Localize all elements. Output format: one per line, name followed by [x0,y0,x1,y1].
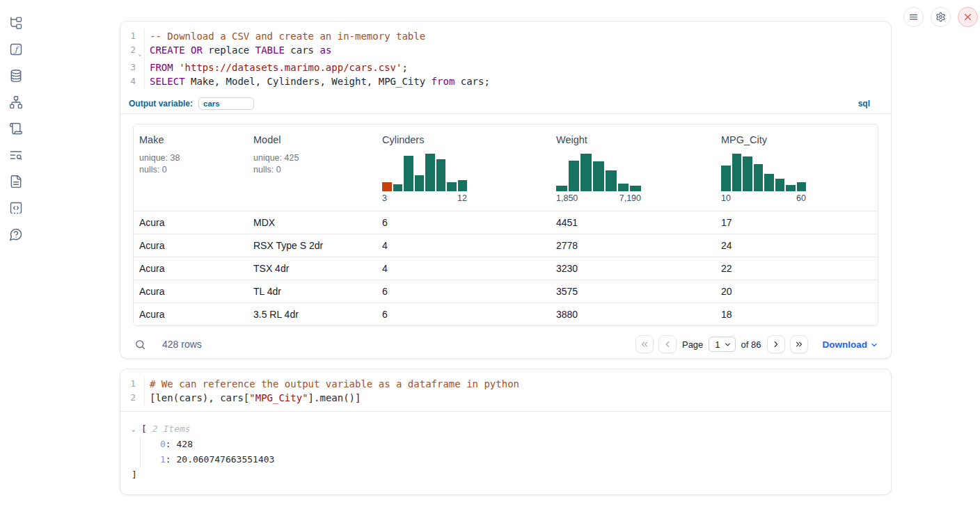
shutdown-button[interactable] [958,7,978,27]
data-table: Makeunique: 38nulls: 0Modelunique: 425nu… [133,124,878,326]
histogram-bar [404,156,413,191]
settings-button[interactable] [931,7,951,27]
table-row: AcuraMDX6445117 [134,211,878,234]
top-actions [903,7,978,27]
histogram-bar [382,182,392,191]
python-output-tree: ⌄ [ 2 Items 0: 4281: 20.060747663551403 … [120,412,891,483]
table-cell: 24 [716,240,878,251]
notebook-menu-button[interactable] [903,7,924,27]
table-cell: Acura [134,240,248,251]
table-cell: 3575 [551,286,716,297]
column-header-model[interactable]: Modelunique: 425nulls: 0 [248,124,377,211]
histogram-bar [775,179,785,191]
column-label: Weight [556,134,711,145]
axis-max-label: 60 [796,193,806,205]
histogram-bar [425,154,435,191]
sidebar-item-logs[interactable] [8,147,24,163]
histogram-bar [447,182,457,191]
sidebar-item-datasources[interactable] [8,68,24,83]
sidebar-item-file-explorer[interactable] [8,15,24,31]
histogram-bar [415,175,425,191]
table-cell: 20 [716,286,878,297]
tree-entry: 1: 20.060747663551403 [160,452,891,467]
histogram-bar [732,154,742,191]
line-number: 2 [120,43,136,61]
code-line: 1# We can reference the output variable … [120,377,891,391]
output-variable-bar: Output variable: sql [120,95,891,114]
sidebar-item-documentation[interactable] [8,174,24,189]
close-icon [963,12,973,22]
table-header-row: Makeunique: 38nulls: 0Modelunique: 425nu… [134,124,878,211]
collapse-chevron-icon[interactable]: ⌄ [132,421,141,437]
column-header-mpg_city[interactable]: MPG_City1060 [716,124,878,211]
sidebar-item-outline[interactable] [8,121,24,136]
axis-min-label: 3 [382,193,387,205]
histogram-bar [436,159,446,191]
pagination: Page 1 of 86 Download [635,335,878,353]
table-body: AcuraMDX6445117AcuraRSX Type S 2dr427782… [134,211,878,325]
column-header-make[interactable]: Makeunique: 38nulls: 0 [134,124,248,211]
search-icon[interactable] [134,339,146,351]
histogram-bar [556,186,567,191]
line-number: 4 [120,74,136,88]
bracket-close: ] [132,467,891,483]
axis-min-label: 1,850 [556,193,578,205]
table-cell: 3.5 RL 4dr [248,309,377,320]
code-line: 4SELECT Make, Model, Cylinders, Weight, … [120,74,891,88]
column-header-weight[interactable]: Weight1,8507,190 [551,124,716,211]
axis-max-label: 7,190 [619,193,641,205]
column-histogram: 312 [382,154,467,205]
last-page-button[interactable] [790,335,808,353]
table-cell: TSX 4dr [248,263,377,274]
column-label: Model [253,134,372,145]
language-badge: sql [858,99,870,108]
column-histogram: 1060 [721,154,806,205]
page-select[interactable]: 1 [709,337,735,352]
histogram-bar [606,170,617,191]
help-bubble-icon [9,227,23,241]
output-variable-input[interactable] [198,97,254,110]
chevron-right-icon [771,339,781,349]
table-cell: MDX [248,217,377,228]
histogram-bar [458,180,468,191]
sidebar-item-dependency-graph[interactable] [8,95,24,110]
sql-code-editor[interactable]: 1-- Download a CSV and create an in-memo… [120,22,891,95]
histogram-bar [721,166,731,191]
table-row: AcuraTSX 4dr4323022 [134,257,878,280]
sidebar-item-help[interactable] [8,227,24,242]
table-cell: Acura [134,286,248,297]
sidebar-item-snippets[interactable] [8,200,24,216]
column-header-cylinders[interactable]: Cylinders312 [377,124,551,211]
histogram-bar [618,184,629,191]
svg-text:ƒ: ƒ [13,45,19,54]
code-line: 2⌄CREATE OR replace TABLE cars as [120,43,891,61]
table-footer: 428 rows Page 1 of 86 Download [120,326,891,353]
chevron-down-icon [724,341,732,348]
table-cell: 4 [377,263,551,274]
python-code-editor[interactable]: 1# We can reference the output variable … [120,369,891,412]
tree-entry: 0: 428 [160,437,891,452]
download-button[interactable]: Download [823,339,879,350]
table-cell: 4451 [551,217,716,228]
function-square-icon: ƒ [9,42,23,56]
sidebar-item-variables[interactable]: ƒ [8,42,24,57]
fold-chevron-icon[interactable]: ⌄ [136,43,144,61]
table-row: AcuraRSX Type S 2dr4277824 [134,234,878,257]
network-icon [9,95,23,109]
text-search-icon [9,148,23,162]
table-cell: Acura [134,217,248,228]
table-cell: TL 4dr [248,286,377,297]
page-label: Page [682,339,703,350]
column-label: Make [139,134,244,145]
line-number: 2 [120,391,136,405]
table-cell: 4 [377,240,551,251]
next-page-button[interactable] [767,335,785,353]
file-tree-icon [9,16,23,30]
code-square-icon [9,201,23,215]
column-label: MPG_City [721,134,874,145]
chevron-down-icon [870,341,878,349]
chevrons-right-icon [794,339,804,349]
output-variable-label: Output variable: [129,99,193,108]
tree-entries: 0: 4281: 20.060747663551403 [140,437,891,467]
database-icon [9,69,23,83]
